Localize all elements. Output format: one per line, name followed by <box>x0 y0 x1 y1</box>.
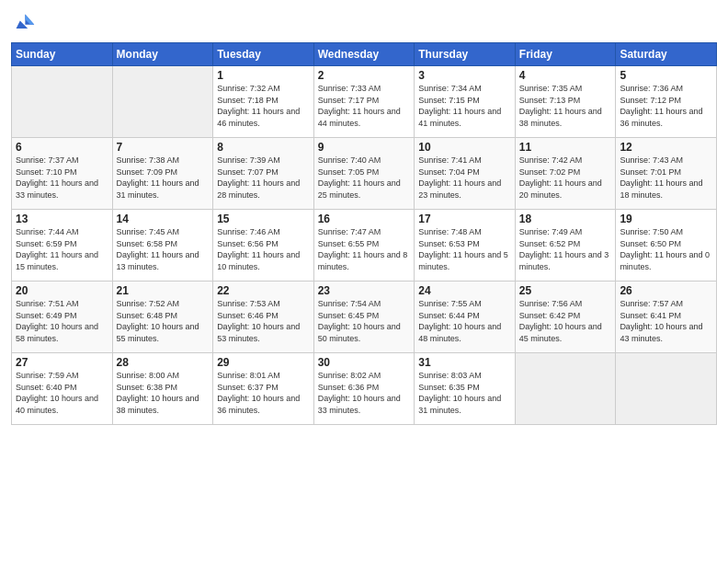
col-monday: Monday <box>112 43 213 66</box>
day-info: Sunrise: 7:40 AMSunset: 7:05 PMDaylight:… <box>318 155 411 201</box>
day-number: 10 <box>418 141 511 154</box>
day-info: Sunrise: 7:35 AMSunset: 7:13 PMDaylight:… <box>519 83 612 129</box>
day-info: Sunrise: 8:03 AMSunset: 6:35 PMDaylight:… <box>418 370 511 416</box>
day-number: 17 <box>418 213 511 225</box>
col-friday: Friday <box>515 43 616 66</box>
col-tuesday: Tuesday <box>213 43 314 66</box>
day-info: Sunrise: 7:33 AMSunset: 7:17 PMDaylight:… <box>318 83 411 129</box>
day-number: 30 <box>318 356 411 369</box>
day-info: Sunrise: 7:47 AMSunset: 6:55 PMDaylight:… <box>318 226 411 272</box>
day-number: 29 <box>217 356 310 369</box>
day-cell: 19 Sunrise: 7:50 AMSunset: 6:50 PMDaylig… <box>616 210 717 282</box>
day-cell <box>616 353 717 425</box>
day-info: Sunrise: 8:01 AMSunset: 6:37 PMDaylight:… <box>217 370 310 416</box>
svg-rect-0 <box>11 9 37 35</box>
day-cell: 1 Sunrise: 7:32 AMSunset: 7:18 PMDayligh… <box>213 66 314 138</box>
col-saturday: Saturday <box>616 43 717 66</box>
day-number: 14 <box>117 213 210 225</box>
day-info: Sunrise: 8:02 AMSunset: 6:36 PMDaylight:… <box>318 370 411 416</box>
calendar-container: Sunday Monday Tuesday Wednesday Thursday… <box>0 0 728 432</box>
day-cell: 24 Sunrise: 7:55 AMSunset: 6:44 PMDaylig… <box>415 282 516 353</box>
logo <box>11 9 40 35</box>
day-cell: 2 Sunrise: 7:33 AMSunset: 7:17 PMDayligh… <box>313 66 415 138</box>
day-cell: 17 Sunrise: 7:48 AMSunset: 6:53 PMDaylig… <box>415 210 516 282</box>
logo-icon <box>11 9 37 35</box>
week-row-4: 20 Sunrise: 7:51 AMSunset: 6:49 PMDaylig… <box>12 282 717 353</box>
day-cell: 23 Sunrise: 7:54 AMSunset: 6:45 PMDaylig… <box>313 282 415 353</box>
day-cell: 16 Sunrise: 7:47 AMSunset: 6:55 PMDaylig… <box>313 210 415 282</box>
calendar-table: Sunday Monday Tuesday Wednesday Thursday… <box>11 42 717 425</box>
day-cell: 27 Sunrise: 7:59 AMSunset: 6:40 PMDaylig… <box>12 353 113 425</box>
day-info: Sunrise: 7:49 AMSunset: 6:52 PMDaylight:… <box>519 226 612 272</box>
day-cell: 15 Sunrise: 7:46 AMSunset: 6:56 PMDaylig… <box>213 210 314 282</box>
day-number: 22 <box>217 284 310 297</box>
header <box>11 9 717 35</box>
day-number: 19 <box>620 213 712 225</box>
day-info: Sunrise: 7:52 AMSunset: 6:48 PMDaylight:… <box>117 298 210 344</box>
day-info: Sunrise: 7:43 AMSunset: 7:01 PMDaylight:… <box>620 155 712 201</box>
day-cell: 21 Sunrise: 7:52 AMSunset: 6:48 PMDaylig… <box>112 282 213 353</box>
day-info: Sunrise: 7:59 AMSunset: 6:40 PMDaylight:… <box>16 370 108 416</box>
day-cell <box>12 66 113 138</box>
day-number: 12 <box>620 141 712 154</box>
day-cell <box>515 353 616 425</box>
day-number: 31 <box>418 356 511 369</box>
day-info: Sunrise: 7:34 AMSunset: 7:15 PMDaylight:… <box>418 83 511 129</box>
day-cell: 7 Sunrise: 7:38 AMSunset: 7:09 PMDayligh… <box>112 138 213 210</box>
day-cell: 30 Sunrise: 8:02 AMSunset: 6:36 PMDaylig… <box>313 353 415 425</box>
day-number: 6 <box>16 141 108 154</box>
day-info: Sunrise: 7:45 AMSunset: 6:58 PMDaylight:… <box>117 226 210 272</box>
day-number: 2 <box>318 69 411 82</box>
day-cell: 6 Sunrise: 7:37 AMSunset: 7:10 PMDayligh… <box>12 138 113 210</box>
day-info: Sunrise: 7:36 AMSunset: 7:12 PMDaylight:… <box>620 83 712 129</box>
day-cell: 14 Sunrise: 7:45 AMSunset: 6:58 PMDaylig… <box>112 210 213 282</box>
day-cell: 28 Sunrise: 8:00 AMSunset: 6:38 PMDaylig… <box>112 353 213 425</box>
day-cell: 13 Sunrise: 7:44 AMSunset: 6:59 PMDaylig… <box>12 210 113 282</box>
day-cell: 12 Sunrise: 7:43 AMSunset: 7:01 PMDaylig… <box>616 138 717 210</box>
day-cell: 22 Sunrise: 7:53 AMSunset: 6:46 PMDaylig… <box>213 282 314 353</box>
week-row-1: 1 Sunrise: 7:32 AMSunset: 7:18 PMDayligh… <box>12 66 717 138</box>
col-thursday: Thursday <box>415 43 516 66</box>
day-info: Sunrise: 7:53 AMSunset: 6:46 PMDaylight:… <box>217 298 310 344</box>
day-cell: 3 Sunrise: 7:34 AMSunset: 7:15 PMDayligh… <box>415 66 516 138</box>
day-number: 8 <box>217 141 310 154</box>
day-info: Sunrise: 7:57 AMSunset: 6:41 PMDaylight:… <box>620 298 712 344</box>
day-number: 3 <box>418 69 511 82</box>
day-number: 1 <box>217 69 310 82</box>
day-number: 13 <box>16 213 108 225</box>
day-number: 27 <box>16 356 108 369</box>
day-number: 9 <box>318 141 411 154</box>
day-cell: 10 Sunrise: 7:41 AMSunset: 7:04 PMDaylig… <box>415 138 516 210</box>
day-cell: 31 Sunrise: 8:03 AMSunset: 6:35 PMDaylig… <box>415 353 516 425</box>
day-info: Sunrise: 7:54 AMSunset: 6:45 PMDaylight:… <box>318 298 411 344</box>
day-cell: 29 Sunrise: 8:01 AMSunset: 6:37 PMDaylig… <box>213 353 314 425</box>
day-number: 20 <box>16 284 108 297</box>
day-number: 16 <box>318 213 411 225</box>
day-number: 5 <box>620 69 712 82</box>
header-row: Sunday Monday Tuesday Wednesday Thursday… <box>12 43 717 66</box>
day-number: 11 <box>519 141 612 154</box>
day-number: 4 <box>519 69 612 82</box>
day-number: 23 <box>318 284 411 297</box>
col-wednesday: Wednesday <box>313 43 415 66</box>
day-cell: 5 Sunrise: 7:36 AMSunset: 7:12 PMDayligh… <box>616 66 717 138</box>
day-cell: 20 Sunrise: 7:51 AMSunset: 6:49 PMDaylig… <box>12 282 113 353</box>
day-number: 24 <box>418 284 511 297</box>
day-cell <box>112 66 213 138</box>
day-info: Sunrise: 7:42 AMSunset: 7:02 PMDaylight:… <box>519 155 612 201</box>
day-number: 18 <box>519 213 612 225</box>
day-info: Sunrise: 7:38 AMSunset: 7:09 PMDaylight:… <box>117 155 210 201</box>
day-number: 7 <box>117 141 210 154</box>
day-info: Sunrise: 7:39 AMSunset: 7:07 PMDaylight:… <box>217 155 310 201</box>
day-number: 21 <box>117 284 210 297</box>
day-number: 26 <box>620 284 712 297</box>
day-cell: 26 Sunrise: 7:57 AMSunset: 6:41 PMDaylig… <box>616 282 717 353</box>
day-info: Sunrise: 7:55 AMSunset: 6:44 PMDaylight:… <box>418 298 511 344</box>
day-info: Sunrise: 7:51 AMSunset: 6:49 PMDaylight:… <box>16 298 108 344</box>
day-number: 25 <box>519 284 612 297</box>
week-row-5: 27 Sunrise: 7:59 AMSunset: 6:40 PMDaylig… <box>12 353 717 425</box>
day-info: Sunrise: 7:46 AMSunset: 6:56 PMDaylight:… <box>217 226 310 272</box>
day-info: Sunrise: 7:50 AMSunset: 6:50 PMDaylight:… <box>620 226 712 272</box>
day-info: Sunrise: 7:56 AMSunset: 6:42 PMDaylight:… <box>519 298 612 344</box>
day-info: Sunrise: 7:48 AMSunset: 6:53 PMDaylight:… <box>418 226 511 272</box>
